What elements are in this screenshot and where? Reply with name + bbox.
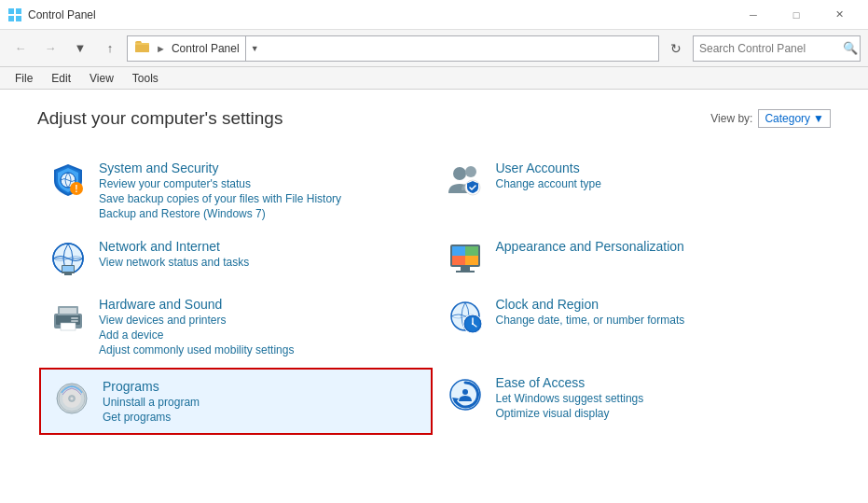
- review-status-link[interactable]: Review your computer's status: [99, 177, 341, 190]
- svg-rect-0: [8, 8, 14, 14]
- forward-button[interactable]: →: [37, 35, 63, 62]
- svg-rect-24: [452, 256, 465, 265]
- optimize-visual-link[interactable]: Optimize visual display: [496, 407, 644, 420]
- add-device-link[interactable]: Add a device: [99, 328, 294, 342]
- hardware-sound-icon: [48, 297, 88, 336]
- file-history-link[interactable]: Save backup copies of your files with Fi…: [99, 192, 341, 205]
- network-internet-icon: [48, 239, 88, 278]
- ease-access-content: Ease of Access Let Windows suggest setti…: [496, 375, 644, 420]
- hardware-sound-content: Hardware and Sound View devices and prin…: [99, 297, 294, 356]
- category-ease-access: Ease of Access Let Windows suggest setti…: [434, 366, 832, 437]
- svg-rect-33: [71, 320, 78, 322]
- window-controls: ─ □ ✕: [732, 0, 861, 30]
- page-title: Adjust your computer's settings: [37, 108, 282, 129]
- system-security-icon: !: [48, 161, 88, 200]
- menu-bar: File Edit View Tools: [0, 67, 868, 90]
- svg-rect-34: [61, 323, 76, 330]
- address-bar: ← → ▼ ↑ ► Control Panel ▼ ↻ 🔍: [0, 30, 868, 67]
- ease-access-icon: [446, 375, 485, 414]
- uninstall-program-link[interactable]: Uninstall a program: [103, 396, 200, 409]
- menu-edit[interactable]: Edit: [44, 70, 78, 87]
- view-by-control: View by: Category ▼: [710, 109, 831, 128]
- svg-point-48: [462, 389, 468, 395]
- hardware-sound-title[interactable]: Hardware and Sound: [99, 297, 294, 312]
- mobility-settings-link[interactable]: Adjust commonly used mobility settings: [99, 343, 294, 356]
- window-icon: [7, 7, 22, 22]
- appearance-content: Appearance and Personalization: [496, 239, 684, 254]
- category-user-accounts: User Accounts Change account type: [434, 151, 832, 230]
- menu-tools[interactable]: Tools: [125, 70, 166, 87]
- svg-rect-23: [465, 246, 478, 256]
- view-by-value: Category: [765, 112, 810, 125]
- close-button[interactable]: ✕: [818, 0, 861, 30]
- recent-locations-button[interactable]: ▼: [67, 35, 93, 62]
- svg-point-45: [71, 398, 74, 400]
- svg-point-12: [465, 166, 476, 177]
- title-bar: Control Panel ─ □ ✕: [0, 0, 868, 30]
- svg-rect-32: [71, 317, 78, 319]
- window-title: Control Panel: [28, 8, 726, 21]
- address-dropdown-button[interactable]: ▼: [245, 35, 264, 62]
- user-accounts-content: User Accounts Change account type: [496, 161, 601, 190]
- svg-rect-25: [465, 256, 478, 265]
- folder-icon: [135, 40, 150, 56]
- path-separator: ►: [156, 43, 166, 54]
- programs-icon: [52, 379, 91, 418]
- clock-region-title[interactable]: Clock and Region: [496, 297, 685, 312]
- search-input[interactable]: [699, 42, 839, 55]
- change-account-type-link[interactable]: Change account type: [496, 177, 601, 190]
- user-accounts-icon: [446, 161, 485, 200]
- content-header: Adjust your computer's settings View by:…: [37, 108, 831, 129]
- svg-point-40: [472, 323, 474, 325]
- get-programs-link[interactable]: Get programs: [103, 411, 200, 424]
- view-by-button[interactable]: Category ▼: [758, 109, 831, 128]
- main-content: Adjust your computer's settings View by:…: [0, 90, 868, 503]
- menu-view[interactable]: View: [82, 70, 121, 87]
- category-hardware-sound: Hardware and Sound View devices and prin…: [37, 287, 434, 366]
- svg-rect-1: [16, 8, 21, 14]
- chevron-down-icon: ▼: [813, 112, 824, 125]
- programs-title[interactable]: Programs: [103, 379, 200, 394]
- backup-restore-link[interactable]: Backup and Restore (Windows 7): [99, 207, 341, 220]
- svg-rect-19: [64, 273, 72, 275]
- category-programs: Programs Uninstall a program Get program…: [39, 368, 433, 435]
- svg-point-11: [453, 167, 466, 180]
- category-network-internet: Network and Internet View network status…: [37, 230, 434, 287]
- refresh-button[interactable]: ↻: [663, 35, 689, 62]
- svg-rect-2: [8, 16, 14, 21]
- appearance-icon: [446, 239, 485, 278]
- minimize-button[interactable]: ─: [732, 0, 775, 30]
- system-security-content: System and Security Review your computer…: [99, 161, 341, 220]
- user-accounts-title[interactable]: User Accounts: [496, 161, 601, 175]
- maximize-button[interactable]: □: [775, 0, 818, 30]
- svg-rect-26: [461, 267, 470, 271]
- category-appearance: Appearance and Personalization: [434, 230, 832, 287]
- svg-rect-6: [135, 45, 149, 52]
- svg-text:!: !: [75, 184, 77, 194]
- svg-rect-27: [456, 271, 475, 272]
- address-path: Control Panel: [172, 42, 240, 55]
- windows-suggest-link[interactable]: Let Windows suggest settings: [496, 392, 644, 405]
- date-time-link[interactable]: Change date, time, or number formats: [496, 314, 685, 327]
- back-button[interactable]: ←: [7, 35, 34, 62]
- system-security-title[interactable]: System and Security: [99, 161, 341, 175]
- up-button[interactable]: ↑: [97, 35, 123, 62]
- menu-file[interactable]: File: [7, 70, 40, 87]
- svg-rect-18: [62, 266, 74, 272]
- search-icon: 🔍: [843, 41, 858, 55]
- network-internet-title[interactable]: Network and Internet: [99, 239, 249, 254]
- svg-rect-31: [60, 308, 76, 314]
- svg-rect-22: [452, 246, 465, 256]
- ease-access-title[interactable]: Ease of Access: [496, 375, 644, 390]
- category-clock-region: Clock and Region Change date, time, or n…: [434, 287, 832, 366]
- appearance-title[interactable]: Appearance and Personalization: [496, 239, 684, 254]
- svg-rect-3: [16, 16, 21, 21]
- network-status-link[interactable]: View network status and tasks: [99, 256, 249, 269]
- address-field[interactable]: ► Control Panel ▼: [127, 35, 659, 62]
- clock-region-content: Clock and Region Change date, time, or n…: [496, 297, 685, 327]
- devices-printers-link[interactable]: View devices and printers: [99, 314, 294, 327]
- search-box[interactable]: 🔍: [693, 35, 861, 62]
- programs-content: Programs Uninstall a program Get program…: [103, 379, 200, 424]
- category-system-security: ! System and Security Review your comput…: [37, 151, 434, 230]
- network-internet-content: Network and Internet View network status…: [99, 239, 249, 269]
